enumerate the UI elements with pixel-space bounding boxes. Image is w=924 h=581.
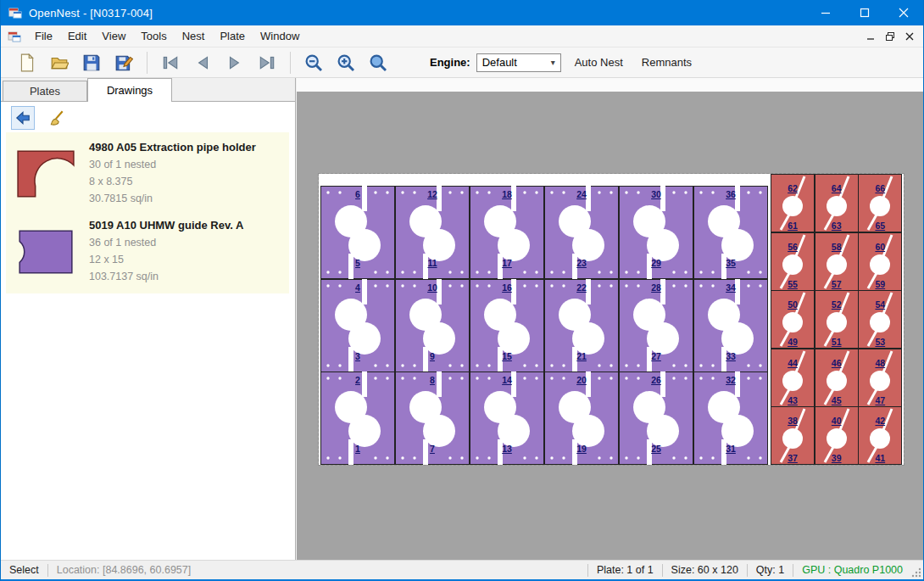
nav-next-icon — [225, 53, 244, 72]
nested-part-pair[interactable]: 50 49 — [771, 290, 815, 349]
drawing-list-item[interactable]: 4980 A05 Extraction pipe holder 30 of 1 … — [6, 135, 289, 213]
part-number: 41 — [858, 453, 902, 463]
toolbar-separator — [147, 52, 148, 74]
nested-part-pair[interactable]: 66 65 — [858, 174, 902, 232]
nested-part-pair[interactable]: 34 33 — [693, 279, 768, 372]
part-number: 6 — [320, 189, 395, 199]
nested-part-pair[interactable]: 42 41 — [858, 406, 902, 465]
drawing-area: 103.7137 sq/in — [89, 268, 243, 285]
title-bar: OpenNest - [N0317-004] — [1, 0, 923, 25]
tab-drawings[interactable]: Drawings — [87, 78, 172, 102]
status-plate: Plate: 1 of 1 — [588, 564, 662, 576]
status-gpu: GPU : Quadro P1000 — [793, 564, 911, 576]
nested-part-pair[interactable]: 44 43 — [771, 349, 815, 407]
part-thumbnail-uhmw-guide — [14, 226, 77, 278]
menu-tools[interactable]: Tools — [133, 25, 174, 47]
mdi-minimize-button[interactable] — [860, 28, 880, 45]
zoom-out-icon — [303, 53, 324, 73]
close-button[interactable] — [884, 0, 923, 25]
save-button[interactable] — [78, 50, 105, 75]
resize-grip[interactable] — [911, 561, 923, 579]
nested-part-pair[interactable]: 40 39 — [815, 406, 859, 465]
red-grid: 62 61 64 63 66 65 — [771, 174, 902, 465]
nested-part-pair[interactable]: 56 55 — [771, 232, 815, 291]
drawing-list-item[interactable]: 5019 A10 UHMW guide Rev. A 36 of 1 neste… — [6, 213, 289, 291]
first-plate-button[interactable] — [157, 50, 184, 75]
nested-part-pair[interactable]: 24 23 — [544, 186, 619, 279]
nav-prev-icon — [193, 53, 212, 72]
zoom-out-button[interactable] — [300, 50, 327, 75]
nested-part-pair[interactable]: 60 59 — [858, 232, 902, 291]
tab-plates[interactable]: Plates — [3, 81, 87, 101]
nested-part-pair[interactable]: 30 29 — [619, 186, 693, 279]
new-document-icon — [18, 53, 36, 72]
part-number: 32 — [693, 375, 768, 385]
nested-part-pair[interactable]: 10 9 — [395, 279, 470, 372]
mdi-close-button[interactable] — [899, 28, 919, 45]
nested-part-pair[interactable]: 38 37 — [771, 406, 815, 465]
nav-first-icon — [161, 53, 180, 72]
clear-button[interactable] — [45, 106, 69, 130]
nested-part-pair[interactable]: 58 57 — [815, 232, 859, 291]
last-plate-button[interactable] — [253, 50, 281, 75]
nested-part-pair[interactable]: 26 25 — [619, 372, 693, 465]
nested-part-pair[interactable]: 46 45 — [815, 349, 859, 407]
nested-part-pair[interactable]: 6 5 — [320, 186, 395, 279]
menu-file[interactable]: File — [27, 25, 60, 47]
nested-part-pair[interactable]: 4 3 — [320, 279, 395, 372]
menu-window[interactable]: Window — [253, 25, 307, 47]
part-number: 28 — [619, 282, 693, 293]
part-number: 62 — [771, 183, 815, 193]
minimize-button[interactable] — [806, 0, 845, 25]
open-button[interactable] — [46, 50, 73, 75]
nested-part-pair[interactable]: 22 21 — [544, 279, 619, 372]
back-arrow-button[interactable] — [11, 106, 35, 130]
nested-part-pair[interactable]: 20 19 — [544, 372, 619, 465]
zoom-in-button[interactable] — [332, 50, 359, 75]
mdi-restore-button[interactable] — [880, 28, 899, 45]
plate[interactable]: 6 5 12 11 — [319, 174, 904, 465]
menu-edit[interactable]: Edit — [60, 25, 94, 47]
nested-part-pair[interactable]: 54 53 — [858, 290, 902, 349]
nested-part-pair[interactable]: 14 13 — [470, 372, 544, 465]
menu-nest[interactable]: Nest — [175, 25, 213, 47]
drawing-title: 5019 A10 UHMW guide Rev. A — [89, 219, 243, 232]
part-number: 35 — [693, 258, 768, 268]
part-number: 11 — [395, 258, 470, 268]
menu-view[interactable]: View — [94, 25, 133, 47]
nested-part-pair[interactable]: 8 7 — [395, 372, 470, 465]
zoom-fit-button[interactable] — [365, 50, 392, 75]
nested-part-pair[interactable]: 12 11 — [395, 186, 470, 279]
nested-part-pair[interactable]: 2 1 — [320, 372, 395, 465]
save-as-button[interactable] — [110, 50, 137, 75]
previous-plate-button[interactable] — [189, 50, 216, 75]
nested-part-pair[interactable]: 28 27 — [619, 279, 693, 372]
part-thumbnail-pipe-holder — [14, 148, 77, 200]
nested-part-pair[interactable]: 52 51 — [815, 290, 859, 349]
nested-part-pair[interactable]: 18 17 — [470, 186, 544, 279]
toolbar-separator — [290, 52, 291, 74]
arrow-left-icon — [14, 109, 31, 126]
engine-label: Engine: — [430, 56, 470, 69]
part-number: 39 — [815, 453, 859, 463]
maximize-button[interactable] — [845, 0, 884, 25]
nested-part-pair[interactable]: 32 31 — [693, 372, 768, 465]
zoom-in-icon — [336, 53, 356, 73]
nested-part-pair[interactable]: 62 61 — [771, 174, 815, 232]
nested-part-pair[interactable]: 16 15 — [470, 279, 544, 372]
part-number: 29 — [619, 258, 693, 268]
engine-select[interactable]: Default ▾ — [476, 53, 561, 72]
auto-nest-button[interactable]: Auto Nest — [570, 56, 628, 69]
menu-plate[interactable]: Plate — [212, 25, 253, 47]
nested-part-pair[interactable]: 36 35 — [693, 186, 768, 279]
new-button[interactable] — [14, 50, 41, 75]
drawings-list: 4980 A05 Extraction pipe holder 30 of 1 … — [6, 132, 289, 293]
broom-icon — [48, 109, 65, 126]
remnants-button[interactable]: Remnants — [637, 56, 697, 69]
nested-part-pair[interactable]: 48 47 — [858, 349, 902, 407]
part-number: 55 — [771, 279, 815, 289]
nested-part-pair[interactable]: 64 63 — [815, 174, 859, 232]
nest-canvas[interactable]: 6 5 12 11 — [297, 78, 923, 560]
save-icon — [82, 53, 101, 72]
next-plate-button[interactable] — [221, 50, 248, 75]
